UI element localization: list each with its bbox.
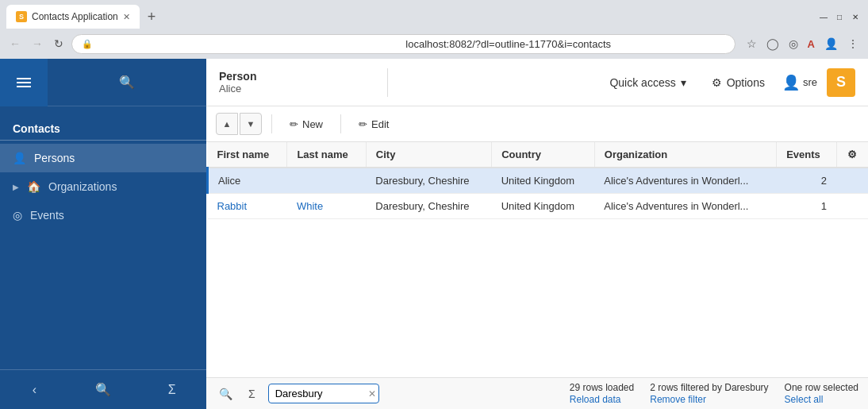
new-tab-button[interactable]: +	[143, 9, 161, 25]
filter-clear-button[interactable]: ✕	[368, 388, 376, 399]
bookmark-button[interactable]: ☆	[743, 34, 760, 53]
maximize-button[interactable]: □	[833, 10, 846, 23]
address-bar[interactable]: 🔒 localhost:8082/?dl=outline-11770&i=con…	[71, 34, 735, 54]
sidebar-item-persons[interactable]: 👤 Persons	[0, 144, 206, 172]
extensions-button[interactable]: A	[805, 34, 818, 53]
col-city[interactable]: City	[366, 142, 491, 168]
table-container: First name Last name City Country Organi…	[206, 142, 868, 377]
table-header-row: First name Last name City Country Organi…	[208, 142, 869, 168]
col-country[interactable]: Country	[492, 142, 595, 168]
rows-loaded-section: 29 rows loaded Reload data	[570, 382, 634, 405]
col-events[interactable]: Events	[777, 142, 836, 168]
sidebar-bottom-search-button[interactable]: 🔍	[69, 370, 138, 410]
options-button[interactable]: ⚙ Options	[704, 71, 773, 94]
filter-input-wrap: ✕	[268, 384, 379, 403]
menu-button[interactable]: ⋮	[844, 34, 862, 53]
header-divider	[387, 68, 388, 97]
pencil-edit-icon: ✏	[359, 118, 367, 130]
cell-organization: Alice's Adventures in Wonderl...	[594, 194, 776, 219]
close-button[interactable]: ✕	[849, 10, 862, 23]
toolbar-divider-2	[340, 114, 341, 133]
chevron-right-icon: ▶	[13, 183, 19, 191]
sidebar-nav: Contacts 👤 Persons ▶ 🏠 Organizations ◎ E…	[0, 106, 206, 369]
user-button[interactable]: 👤 sre	[782, 74, 817, 91]
sidebar-item-organizations[interactable]: ▶ 🏠 Organizations	[0, 172, 206, 201]
sidebar-top: 🔍	[0, 59, 206, 106]
contacts-table: First name Last name City Country Organi…	[206, 142, 868, 219]
status-sigma-button[interactable]: Σ	[245, 384, 259, 403]
pencil-new-icon: ✏	[290, 118, 298, 130]
app-container: 🔍 Contacts 👤 Persons ▶ 🏠 Organizations ◎…	[0, 59, 868, 409]
col-organization[interactable]: Organization	[594, 142, 776, 168]
forward-button[interactable]: →	[29, 34, 46, 53]
selection-text: One row selected	[785, 382, 858, 393]
url-display: localhost:8082/?dl=outline-11770&i=conta…	[405, 38, 724, 50]
window-controls: — □ ✕	[817, 10, 862, 23]
active-tab[interactable]: S Contacts Application ✕	[6, 5, 140, 29]
address-bar-row: ← → ↻ 🔒 localhost:8082/?dl=outline-11770…	[0, 29, 868, 59]
reload-data-link[interactable]: Reload data	[570, 394, 621, 405]
col-first-name[interactable]: First name	[208, 142, 287, 168]
back-button[interactable]: ←	[6, 34, 24, 53]
cell-events: 1	[777, 194, 836, 219]
edit-button[interactable]: ✏ Edit	[351, 114, 397, 134]
sidebar-item-events-label: Events	[30, 209, 64, 222]
tab-bar: S Contacts Application ✕ + — □ ✕	[0, 0, 868, 29]
sidebar-item-organizations-label: Organizations	[48, 180, 117, 193]
status-search-button[interactable]: 🔍	[216, 384, 236, 403]
sidebar-item-events[interactable]: ◎ Events	[0, 201, 206, 230]
sidebar-search-button[interactable]: 🔍	[48, 75, 206, 90]
select-all-link[interactable]: Select all	[785, 394, 824, 405]
rows-filtered-section: 2 rows filtered by Daresbury Remove filt…	[650, 382, 768, 405]
user-name: sre	[803, 76, 817, 88]
selection-section: One row selected Select all	[785, 382, 858, 405]
tab-close-button[interactable]: ✕	[123, 12, 130, 22]
nav-down-button[interactable]: ▼	[240, 113, 262, 135]
cell-action	[836, 194, 868, 219]
filter-input[interactable]	[268, 384, 379, 403]
gear-icon: ⚙	[712, 76, 722, 89]
nav-arrows: ▲ ▼	[216, 113, 262, 135]
table-row[interactable]: RabbitWhiteDaresbury, CheshireUnited Kin…	[208, 194, 869, 219]
new-label: New	[302, 118, 323, 130]
person-icon: 👤	[13, 152, 26, 164]
nav-up-button[interactable]: ▲	[216, 113, 238, 135]
cell-action	[836, 168, 868, 194]
quick-access-button[interactable]: Quick access ▾	[601, 71, 693, 94]
content-toolbar: ▲ ▼ ✏ New ✏ Edit	[206, 106, 868, 142]
sidebar-section-label: Contacts	[0, 113, 206, 141]
cell-last_name: White	[287, 194, 366, 219]
header-right: Quick access ▾ ⚙ Options 👤 sre S	[601, 68, 855, 97]
col-last-name[interactable]: Last name	[287, 142, 366, 168]
organization-icon: 🏠	[27, 180, 40, 193]
quick-access-chevron-icon: ▾	[681, 76, 686, 89]
account-button[interactable]: 👤	[821, 34, 841, 53]
cell-last_name	[287, 168, 366, 194]
app-logo: S	[827, 68, 855, 97]
sidebar-bottom-left-button[interactable]: ‹	[0, 370, 69, 410]
events-icon: ◎	[13, 209, 22, 222]
person-name-label: Alice	[219, 83, 378, 95]
profile-circle-button[interactable]: ◯	[763, 34, 782, 53]
hamburger-icon	[17, 78, 31, 87]
refresh-button[interactable]: ↻	[51, 34, 67, 53]
tab-title: Contacts Application	[32, 11, 118, 22]
sidebar-item-persons-label: Persons	[34, 152, 75, 164]
remove-filter-link[interactable]: Remove filter	[650, 394, 706, 405]
content-header: Person Alice Quick access ▾ ⚙ Options 👤	[206, 59, 868, 106]
sidebar-menu-button[interactable]	[0, 59, 48, 106]
sidebar: 🔍 Contacts 👤 Persons ▶ 🏠 Organizations ◎…	[0, 59, 206, 409]
user-icon: 👤	[782, 74, 800, 91]
options-label: Options	[727, 76, 765, 89]
sidebar-bottom-sigma-button[interactable]: Σ	[137, 370, 206, 410]
col-settings-icon[interactable]: ⚙	[836, 142, 868, 168]
table-row[interactable]: AliceDaresbury, CheshireUnited KingdomAl…	[208, 168, 869, 194]
search-icon: 🔍	[119, 75, 135, 90]
rows-filtered-text: 2 rows filtered by Daresbury	[650, 382, 768, 393]
status-bar: 🔍 Σ ✕ 29 rows loaded Reload data 2 rows …	[206, 377, 868, 409]
new-button[interactable]: ✏ New	[282, 114, 331, 134]
minimize-button[interactable]: —	[817, 10, 830, 23]
search-circle-button[interactable]: ◎	[785, 34, 801, 53]
tab-favicon: S	[16, 11, 27, 22]
main-content: Person Alice Quick access ▾ ⚙ Options 👤	[206, 59, 868, 409]
